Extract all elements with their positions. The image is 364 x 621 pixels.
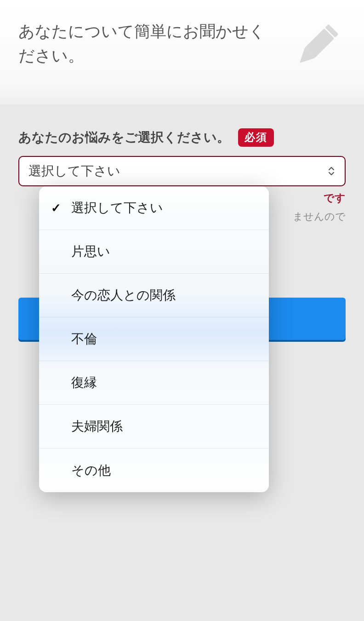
dropdown-option-label: 不倫: [71, 330, 257, 348]
question-row: あなたのお悩みをご選択ください。 必須: [18, 128, 346, 147]
dropdown-option-kataomoi[interactable]: 片思い: [39, 230, 269, 274]
dropdown-option-label: 夫婦関係: [71, 418, 257, 435]
dropdown-option-relationship[interactable]: 今の恋人との関係: [39, 274, 269, 317]
page-title: あなたについて簡単にお聞かせください。: [18, 19, 277, 68]
dropdown-option-label: 選択して下さい: [71, 199, 257, 217]
chevron-up-down-icon: [327, 166, 336, 177]
header: あなたについて簡単にお聞かせください。: [0, 0, 364, 104]
checkmark-icon: ✓: [51, 201, 71, 215]
dropdown-option-label: その他: [71, 462, 257, 479]
concern-select[interactable]: 選択して下さい: [18, 156, 346, 186]
dropdown-option-fuufu[interactable]: 夫婦関係: [39, 405, 269, 448]
required-badge: 必須: [238, 128, 274, 147]
dropdown-option-label: 片思い: [71, 243, 257, 260]
dropdown-option-label: 今の恋人との関係: [71, 287, 257, 304]
dropdown-option-placeholder[interactable]: ✓ 選択して下さい: [39, 186, 269, 230]
pencil-icon: [286, 17, 346, 77]
dropdown-menu: ✓ 選択して下さい 片思い 今の恋人との関係 不倫 復縁 夫婦関係 その他: [39, 186, 269, 492]
dropdown-option-label: 復縁: [71, 374, 257, 391]
question-label: あなたのお悩みをご選択ください。: [18, 129, 230, 146]
dropdown-option-sonota[interactable]: その他: [39, 448, 269, 492]
dropdown-option-fukuen[interactable]: 復縁: [39, 361, 269, 405]
select-value: 選択して下さい: [28, 162, 120, 180]
dropdown-option-furin[interactable]: 不倫: [39, 317, 269, 361]
